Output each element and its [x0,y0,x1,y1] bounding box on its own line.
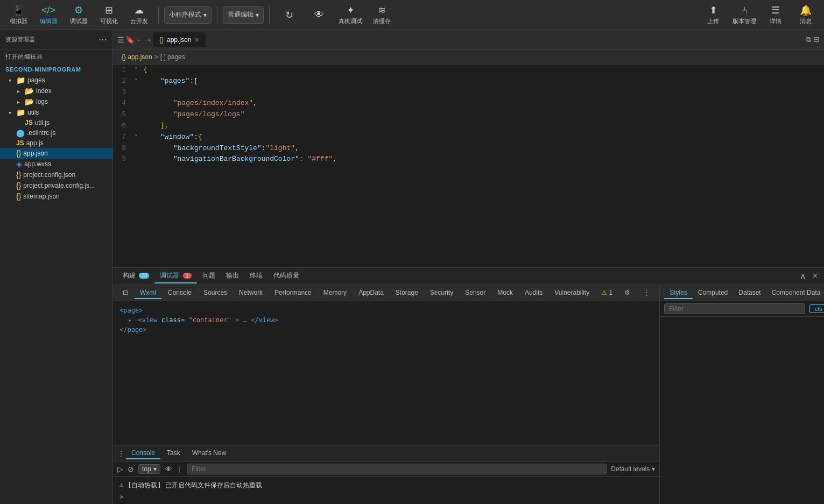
inner-tab-sources[interactable]: Sources [198,287,233,299]
dom-line-closepage: </page> [119,325,653,335]
vulnerability-label: Vulnerability [554,289,589,296]
expand-arrow-icon[interactable]: ▸ [128,316,132,324]
tree-item-pages[interactable]: ▾ 📁 pages [0,75,112,86]
code-line-7: 7 ▾ "window":{ [113,132,824,143]
devtools-toolbar-icon[interactable]: ⊡ [117,287,133,299]
simulator-btn[interactable]: 📱 模拟器 [4,2,32,28]
inner-tab-appdata[interactable]: AppData [353,287,389,299]
close-tab-icon[interactable]: × [194,36,199,44]
inner-tab-mock[interactable]: Mock [492,287,518,299]
simulator-icon: 📱 [12,4,24,16]
tree-item-utiljs[interactable]: JS util.js [0,118,112,127]
tree-label: util.js [35,119,50,126]
notify-btn[interactable]: 🔔 消息 [792,2,820,28]
bookmark-icon[interactable]: 🔖 [125,36,135,44]
json-icon: {} [16,192,21,201]
inner-tab-security[interactable]: Security [425,287,459,299]
appdata-label: AppData [358,289,384,296]
back-icon[interactable]: ← [136,36,143,44]
eye-btn[interactable]: 👁 [305,2,333,28]
detail-btn[interactable]: ☰ 详情 [762,2,790,28]
styles-filter-input[interactable] [664,303,805,314]
mode-dropdown[interactable]: 小程序模式 ▾ [164,6,212,24]
inner-tab-sensor[interactable]: Sensor [460,287,491,299]
cloud-btn[interactable]: ☁ 云开发 [125,2,153,28]
console-tab-console[interactable]: Console [126,448,160,459]
close-panel-icon[interactable]: × [811,270,820,282]
styles-tab-computed[interactable]: Computed [693,287,733,299]
dom-line-view[interactable]: ▸ <view class= "container" > … </view> [119,315,653,325]
collapse-icon[interactable]: ∧ [798,270,808,282]
devtools-tab-terminal[interactable]: 终端 [244,269,268,283]
tree-item-logs[interactable]: ▸ 📂 logs [0,96,112,107]
devtools-tab-codequality[interactable]: 代码质量 [268,269,305,283]
tree-item-appjs[interactable]: JS app.js [0,138,112,148]
styles-tab-dataset[interactable]: Dataset [733,287,766,299]
forward-icon[interactable]: → [144,36,152,44]
tree-label: index [36,87,52,95]
tree-item-sitemap[interactable]: {} sitemap.json [0,191,112,202]
debugger-btn[interactable]: ⚙ 调试器 [65,2,93,28]
top-arrow-icon: ▾ [153,465,157,473]
block-icon[interactable]: ⊘ [128,465,134,473]
clearcache-btn[interactable]: ≋ 清缓存 [368,2,396,28]
inner-tab-performance[interactable]: Performance [269,287,317,299]
devtools-tab-output[interactable]: 输出 [221,269,244,283]
layout-icon[interactable]: ⊟ [813,35,820,44]
refresh-btn[interactable]: ↻ [275,2,303,28]
json-icon: {} [16,181,21,190]
version-btn[interactable]: ⑃ 版本管理 [729,2,759,28]
eye-console-icon[interactable]: 👁 [165,465,172,473]
tab-appjson[interactable]: {} app.json × [153,32,206,47]
styles-tab-styles[interactable]: Styles [664,287,693,299]
preview-btn[interactable]: ⊞ 可视化 [95,2,123,28]
code-editor[interactable]: 1 ▾ { 2 ▾ "pages":[ 3 4 [113,65,824,267]
cls-button[interactable]: .cls [809,304,824,313]
split-icon[interactable]: ⧉ [806,35,811,44]
top-selector[interactable]: top ▾ [138,464,160,474]
console-tabs-row: ⋮ Console Task What's New [113,445,659,462]
run-icon[interactable]: ▷ [117,465,123,473]
more-icon[interactable]: ⋮ [638,287,655,299]
tree-item-projectprivate[interactable]: {} project.private.config.js... [0,180,112,191]
tree-item-index[interactable]: ▸ 📂 index [0,86,112,96]
realtest-btn[interactable]: ✦ 真机调试 [335,2,365,28]
tree-item-eslint[interactable]: ⬤ .eslintrc.js [0,127,112,138]
network-label: Network [239,289,263,296]
styles-tab-componentdata[interactable]: Component Data [766,287,824,299]
upload-btn[interactable]: ⬆ 上传 [699,2,727,28]
default-levels-btn[interactable]: Default levels ▾ [611,465,655,473]
sidebar-more-icon[interactable]: ⋯ [98,34,107,45]
js-icon: JS [25,119,33,126]
mock-label: Mock [497,289,513,296]
devtools-tab-debugger[interactable]: 调试器 1 [154,269,196,283]
tree-item-appwxss[interactable]: ◈ app.wxss [0,159,112,169]
inner-tab-wxml[interactable]: Wxml [135,287,161,299]
settings-icon[interactable]: ⚙ [619,287,636,299]
inner-tab-vulnerability[interactable]: Vulnerability [549,287,595,299]
compile-dropdown[interactable]: 普通编辑 ▾ [223,6,264,24]
console-prompt[interactable]: > [119,493,653,501]
inner-tab-network[interactable]: Network [234,287,268,299]
tree-item-utils[interactable]: ▾ 📁 utils [0,107,112,118]
hamburger-icon[interactable]: ☰ [117,36,124,44]
inner-tab-warning[interactable]: ⚠ 1 [596,287,618,299]
inner-tab-audits[interactable]: Audits [519,287,548,299]
folder-arrow-icon: ▾ [9,110,16,116]
tree-item-appjson[interactable]: {} app.json [0,148,112,159]
inner-tab-storage[interactable]: Storage [390,287,424,299]
editor-btn[interactable]: </> 编辑器 [34,2,62,28]
top-toolbar: 📱 模拟器 </> 编辑器 ⚙ 调试器 ⊞ 可视化 ☁ 云开发 小程序模式 ▾ … [0,0,824,30]
console-filter-input[interactable] [187,464,607,474]
inner-tab-console[interactable]: Console [163,287,197,299]
console-grip-icon[interactable]: ⋮ [117,449,125,458]
project-name: SECOND-MINIPROGRAM [0,63,112,75]
devtools-tab-build[interactable]: 构建 28 [117,269,154,283]
console-message: [自动热载] 已开启代码文件保存后自动热重载 [128,481,262,490]
inner-tab-memory[interactable]: Memory [318,287,352,299]
devtools-tab-issues[interactable]: 问题 [197,269,221,283]
console-tab-whatsnew[interactable]: What's New [187,448,232,459]
tree-item-projectconfig[interactable]: {} project.config.json [0,169,112,180]
console-tab-task[interactable]: Task [161,448,186,459]
wxss-icon: ◈ [16,160,22,168]
